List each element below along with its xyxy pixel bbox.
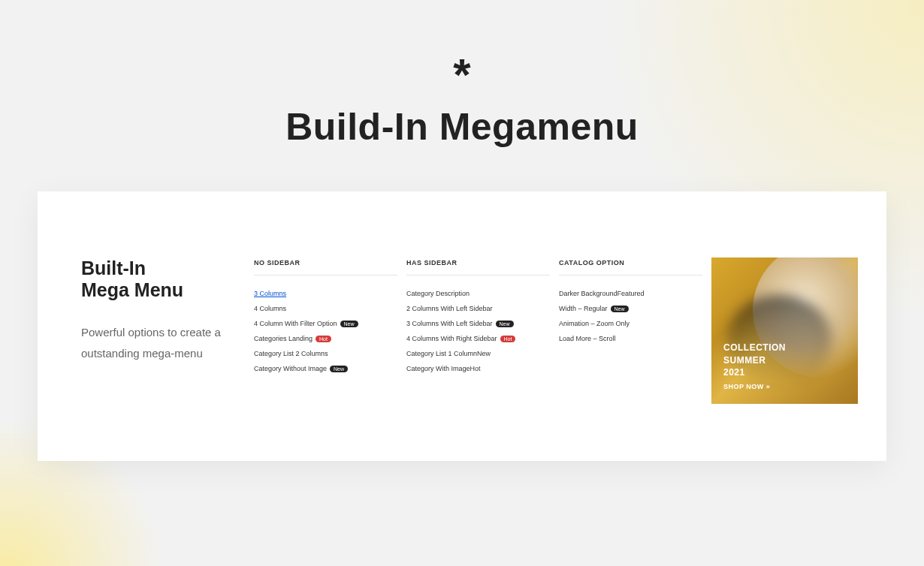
hot-badge: Hot [316, 336, 331, 342]
card-intro-description: Powerful options to create a outstanding… [81, 322, 254, 365]
promo-line-1: COLLECTION [723, 342, 786, 354]
menu-item[interactable]: Category With ImageHot [406, 361, 550, 376]
menu-item-label: 3 Columns [254, 290, 286, 297]
promo-line-3: 2021 [723, 366, 786, 378]
shop-now-button[interactable]: SHOP NOW » [723, 383, 786, 390]
menu-item[interactable]: 4 Columns With Right SidebarHot [406, 331, 550, 346]
new-badge: New [330, 366, 348, 372]
column-header: CATALOG OPTION [559, 259, 702, 275]
menu-item-label: Category List 2 Columns [254, 350, 328, 357]
menu-item[interactable]: Category Description [406, 286, 550, 301]
menu-item-label: 3 Columns With Left Sidebar [406, 320, 493, 327]
menu-item-label: 2 Columns With Left Sidebar [406, 305, 493, 312]
menu-column: NO SIDEBAR3 Columns4 Columns4 Column Wit… [254, 259, 406, 423]
intro-title-line1: Built-In [81, 257, 146, 278]
menu-item[interactable]: Category List 1 ColumnNew [406, 346, 550, 361]
menu-item-label: Load More – Scroll [559, 335, 616, 342]
asterisk-icon: * [0, 53, 924, 98]
menu-item[interactable]: Category List 2 Columns [254, 346, 397, 361]
menu-item[interactable]: 3 Columns With Left SidebarNew [406, 316, 550, 331]
menu-item[interactable]: 4 Column With Filter OptionNew [254, 316, 397, 331]
page-title: Build-In Megamenu [0, 105, 924, 149]
promo-banner[interactable]: COLLECTION SUMMER 2021 SHOP NOW » [711, 257, 858, 404]
menu-item-inline-tag: New [477, 350, 491, 357]
menu-item-label: Category With ImageHot [406, 365, 481, 372]
menu-item[interactable]: Darker BackgroundFeatured [559, 286, 702, 301]
menu-column: HAS SIDEBARCategory Description2 Columns… [406, 259, 559, 423]
menu-item-label: Animation – Zoom Only [559, 320, 630, 327]
new-badge: New [496, 321, 514, 327]
menu-item[interactable]: Animation – Zoom Only [559, 316, 702, 331]
menu-item[interactable]: Width – RegularNew [559, 301, 702, 316]
card-intro: Built-In Mega Menu Powerful options to c… [81, 229, 254, 423]
menu-item[interactable]: 3 Columns [254, 286, 397, 301]
menu-item-inline-tag: Featured [618, 290, 645, 297]
arrow-right-icon: » [766, 383, 771, 390]
menu-item-label: Category Description [406, 290, 470, 297]
megamenu-card: Built-In Mega Menu Powerful options to c… [38, 191, 886, 461]
menu-item[interactable]: 2 Columns With Left Sidebar [406, 301, 550, 316]
card-intro-title: Built-In Mega Menu [81, 257, 254, 301]
menu-item[interactable]: Category Without ImageNew [254, 361, 397, 376]
menu-item-inline-tag: Hot [470, 365, 481, 372]
menu-item[interactable]: Categories LandingHot [254, 331, 397, 346]
menu-item[interactable]: Load More – Scroll [559, 331, 702, 346]
menu-item-label: 4 Columns [254, 305, 286, 312]
page-header: * Build-In Megamenu [0, 0, 924, 149]
menu-item-label: Darker BackgroundFeatured [559, 290, 645, 297]
intro-title-line2: Mega Menu [81, 279, 183, 300]
hot-badge: Hot [500, 336, 516, 342]
shop-now-label: SHOP NOW [723, 383, 764, 390]
menu-item-label: Category List 1 ColumnNew [406, 350, 491, 357]
menu-item-label: Categories Landing [254, 335, 313, 342]
promo-line-2: SUMMER [723, 354, 786, 366]
menu-column: CATALOG OPTIONDarker BackgroundFeaturedW… [559, 259, 711, 423]
menu-item[interactable]: 4 Columns [254, 301, 397, 316]
new-badge: New [611, 306, 629, 312]
menu-item-label: Width – Regular [559, 305, 608, 312]
menu-item-label: 4 Columns With Right Sidebar [406, 335, 497, 342]
megamenu-columns: NO SIDEBAR3 Columns4 Columns4 Column Wit… [254, 229, 711, 423]
new-badge: New [340, 321, 358, 327]
column-header: HAS SIDEBAR [406, 259, 550, 275]
promo-text: COLLECTION SUMMER 2021 SHOP NOW » [723, 342, 786, 390]
menu-item-label: Category Without Image [254, 365, 327, 372]
column-header: NO SIDEBAR [254, 259, 397, 275]
menu-item-label: 4 Column With Filter Option [254, 320, 337, 327]
